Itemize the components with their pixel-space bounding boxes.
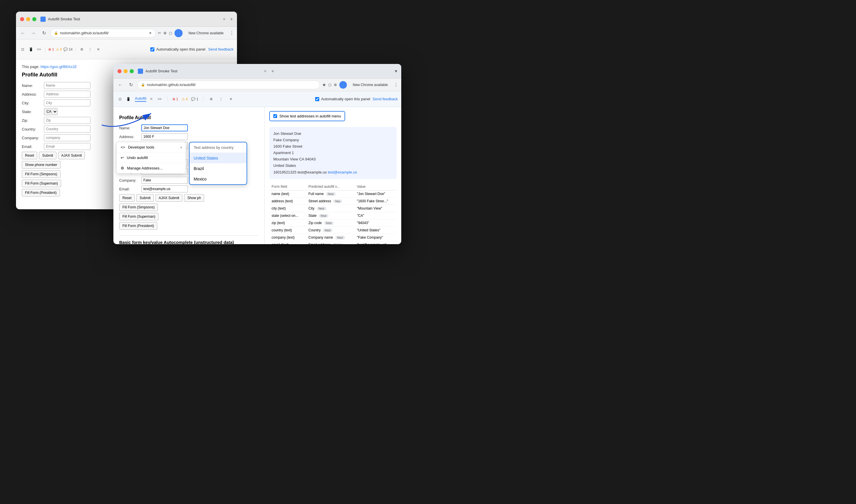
value-email: "test@example.us" (354, 241, 397, 244)
email-input[interactable] (44, 143, 90, 150)
company-input[interactable] (44, 134, 90, 141)
close-devtools-icon[interactable]: ✕ (95, 46, 102, 53)
reset-button-2[interactable]: Reset (119, 194, 135, 202)
fill-superman-button-2[interactable]: Fill Form (Superman) (119, 213, 159, 220)
name-input[interactable] (44, 82, 90, 89)
col-value: Value (354, 183, 397, 191)
fill-superman-button-1[interactable]: Fill Form (Superman) (22, 180, 61, 187)
field-email-text: email (text) (269, 241, 306, 244)
auto-open-checkbox-2[interactable] (315, 97, 319, 101)
ajax-submit-button-1[interactable]: AJAX Submit (58, 152, 85, 159)
url-text-1: rsolomakhin.github.io/autofill/ (60, 31, 147, 35)
send-feedback-link-2[interactable]: Send feedback (373, 97, 398, 101)
show-test-row: Show test addresses in autofill menu (269, 111, 397, 124)
country-mexico-item[interactable]: Mexico (190, 174, 247, 184)
reset-button-1[interactable]: Reset (22, 152, 37, 159)
address-input[interactable] (44, 91, 90, 98)
page-link[interactable]: https://goo.gl/B6Xs1E (40, 65, 77, 69)
show-phone-button-2[interactable]: Show ph (184, 194, 204, 202)
state-select[interactable]: CA (44, 108, 57, 115)
gear-icon: ⚙ (121, 166, 124, 170)
menu-icon-1[interactable]: ⋮ (229, 30, 234, 36)
ajax-submit-button-2[interactable]: AJAX Submit (156, 194, 183, 202)
country-brazil-item[interactable]: Brazil (190, 163, 247, 174)
back-button[interactable]: ← (19, 29, 27, 37)
close-button[interactable] (20, 17, 24, 21)
close-devtools-icon-2[interactable]: ✕ (228, 96, 234, 102)
developer-tools-item[interactable]: <> Developer tools › (117, 142, 186, 152)
reload-button-2[interactable]: ↻ (127, 81, 135, 89)
overflow-icon-2[interactable]: ⋮ (218, 96, 224, 102)
country-input[interactable] (44, 126, 90, 132)
chevron-down-icon[interactable]: ▾ (395, 68, 397, 74)
address-info-box: Jon Stewart Doe Fake Company 1600 Fake S… (269, 127, 397, 179)
fill-president-button-2[interactable]: Fill Form (President) (119, 222, 157, 230)
fill-simpsons-button-1[interactable]: Fill Form (Simpsons) (22, 170, 60, 178)
settings-icon-2[interactable]: ⚙ (208, 96, 214, 102)
back-button-2[interactable]: ← (116, 81, 124, 89)
maximize-button[interactable] (32, 17, 36, 21)
new-tab-icon[interactable]: + (230, 17, 233, 22)
predicted-company: Company name heur (306, 234, 355, 241)
email-link[interactable]: test@example.us (328, 170, 357, 174)
fill-simpsons-button-2[interactable]: Fill Form (Simpsons) (119, 203, 158, 211)
address-bar-1[interactable]: 🔒 rsolomakhin.github.io/autofill/ ★ (50, 29, 156, 37)
auto-open-text-2: Automatically open this panel (321, 97, 370, 101)
select-element-icon[interactable]: ⊡ (19, 46, 26, 53)
more-tools-icon[interactable]: >> (36, 46, 42, 53)
zip-input[interactable] (44, 117, 90, 124)
close-autofill-icon[interactable]: ✕ (150, 97, 153, 101)
tab-close-icon[interactable]: ✕ (223, 17, 226, 21)
minimize-button-2[interactable] (124, 69, 128, 73)
city-input[interactable] (44, 100, 90, 106)
auto-open-checkbox[interactable] (150, 47, 155, 51)
device-icon-2[interactable]: 📱 (125, 96, 131, 102)
overflow-icon[interactable]: ⋮ (87, 46, 93, 53)
traffic-lights-1 (20, 17, 36, 21)
reload-button[interactable]: ↻ (40, 29, 48, 37)
address-input-2[interactable] (141, 133, 188, 140)
autofill-panel: ⊡ 📱 Autofill ✕ >> ⊗ 1 ⚠ 4 💬 1 ⚙ ⋮ ✕ Auto… (113, 91, 401, 107)
menu-icon-2[interactable]: ⋮ (394, 82, 398, 88)
show-test-checkbox[interactable] (273, 114, 277, 118)
tab-close-icon-2[interactable]: ✕ (264, 69, 267, 73)
show-phone-button-1[interactable]: Show phone number (22, 161, 60, 168)
country-us-item[interactable]: United States (190, 153, 247, 163)
maximize-button-2[interactable] (130, 69, 134, 73)
email-input-2[interactable] (141, 185, 188, 193)
value-state: "CA" (354, 212, 397, 219)
close-button-2[interactable] (118, 69, 122, 73)
minimize-button[interactable] (26, 17, 30, 21)
send-feedback-link[interactable]: Send feedback (208, 47, 233, 51)
submit-button-2[interactable]: Submit (136, 194, 154, 202)
settings-icon[interactable]: ⚙ (79, 46, 85, 53)
predicted-address: Street address heu (306, 197, 355, 205)
separator3 (167, 96, 168, 102)
address-bar-2[interactable]: 🔒 rsolomakhin.github.io/autofill/ (137, 80, 320, 89)
predicted-state: State heur (306, 212, 355, 219)
new-chrome-badge-1[interactable]: New Chrome available (185, 30, 227, 36)
select-element-icon-2[interactable]: ⊡ (117, 96, 123, 102)
auto-open-checkbox-label-2[interactable]: Automatically open this panel (315, 97, 370, 101)
more-tools-icon-2[interactable]: >> (157, 96, 163, 102)
predicted-name: Full name heur (306, 190, 355, 197)
field-state-select: state (select-on... (269, 212, 306, 219)
device-icon[interactable]: 📱 (28, 46, 34, 53)
title-bar-1: Autofill Smoke Test ✕ + (16, 12, 237, 27)
undo-autofill-item[interactable]: ↩ Undo autofill (117, 152, 186, 163)
value-address: "1600 Fake Stree..." (354, 197, 397, 205)
new-chrome-badge-2[interactable]: New Chrome available (349, 82, 391, 88)
submit-button-1[interactable]: Submit (39, 152, 56, 159)
forward-button[interactable]: → (29, 29, 37, 37)
company-input-2[interactable] (141, 177, 188, 184)
show-test-box: Show test addresses in autofill menu (269, 111, 345, 121)
autofill-tab[interactable]: Autofill (135, 96, 146, 102)
auto-open-checkbox-label[interactable]: Automatically open this panel (150, 47, 205, 51)
fill-president-button-1[interactable]: Fill Form (President) (22, 189, 60, 197)
separator (45, 47, 46, 52)
value-country: "United States" (354, 227, 397, 234)
action-buttons-row-2: Reset Submit AJAX Submit Show ph (119, 194, 258, 202)
name-input-2[interactable] (141, 124, 188, 131)
manage-addresses-item[interactable]: ⚙ Manage Addresses... (117, 163, 186, 173)
new-tab-icon-2[interactable]: + (271, 69, 274, 74)
